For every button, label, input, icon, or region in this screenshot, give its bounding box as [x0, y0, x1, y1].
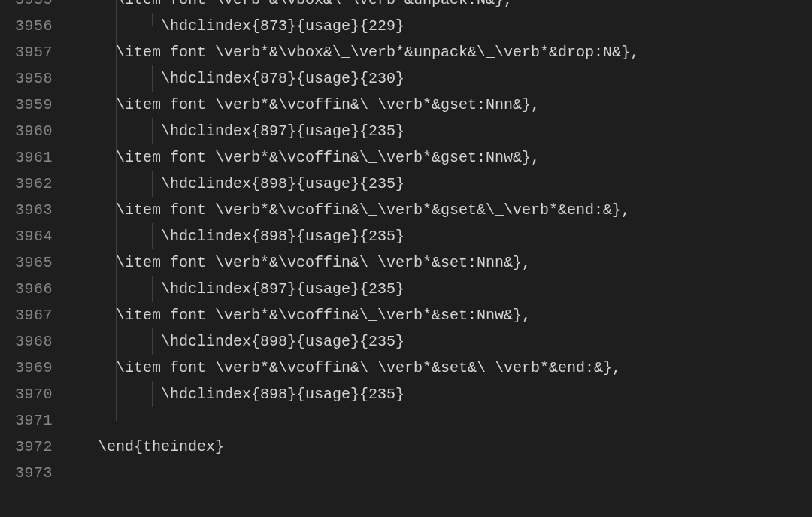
- code-text: \hdclindex{898}{usage}{235}: [161, 385, 404, 403]
- code-line[interactable]: \end{theindex}: [80, 434, 812, 460]
- indent: [80, 385, 161, 403]
- line-number: 3965: [0, 249, 53, 276]
- code-line[interactable]: \hdclindex{898}{usage}{235}: [80, 381, 812, 407]
- code-line[interactable]: \item font \verb*&\vbox&\_\verb*&unpack&…: [80, 39, 812, 65]
- code-line[interactable]: \item font \verb*&\vcoffin&\_\verb*&gset…: [80, 197, 812, 223]
- code-text: \item font \verb*&\vbox&\_\verb*&unpack:…: [116, 0, 513, 8]
- indent: [80, 201, 116, 219]
- indent: [80, 359, 116, 376]
- indent: [80, 44, 116, 61]
- code-text: \hdclindex{897}{usage}{235}: [161, 122, 404, 140]
- line-number: 3960: [0, 118, 53, 144]
- line-number: 3966: [0, 276, 53, 302]
- line-number: 3969: [0, 355, 53, 381]
- code-text: \item font \verb*&\vcoffin&\_\verb*&gset…: [116, 149, 540, 166]
- code-text: \hdclindex{898}{usage}{235}: [161, 228, 404, 245]
- line-number: 3963: [0, 197, 53, 223]
- code-line[interactable]: \hdclindex{873}{usage}{229}: [80, 13, 812, 39]
- code-area[interactable]: \item font \verb*&\vbox&\_\verb*&unpack:…: [66, 0, 812, 517]
- line-number: 3967: [0, 302, 53, 328]
- code-line[interactable]: \hdclindex{878}{usage}{230}: [80, 65, 812, 92]
- code-line[interactable]: \hdclindex{898}{usage}{235}: [80, 223, 812, 249]
- line-number: 3959: [0, 92, 53, 118]
- line-number: 3964: [0, 223, 53, 249]
- code-text: \end{theindex}: [98, 438, 224, 455]
- code-text: \item font \verb*&\vcoffin&\_\verb*&gset…: [116, 201, 630, 219]
- code-text: \hdclindex{878}{usage}{230}: [161, 70, 404, 87]
- line-number: 3968: [0, 328, 53, 355]
- indent: [80, 122, 161, 140]
- line-number: 3958: [0, 65, 53, 92]
- code-line[interactable]: \item font \verb*&\vcoffin&\_\verb*&gset…: [80, 144, 812, 171]
- code-line[interactable]: \item font \verb*&\vcoffin&\_\verb*&gset…: [80, 92, 812, 118]
- code-line[interactable]: \hdclindex{898}{usage}{235}: [80, 171, 812, 197]
- code-line[interactable]: \hdclindex{898}{usage}{235}: [80, 328, 812, 355]
- code-text: \item font \verb*&\vcoffin&\_\verb*&gset…: [116, 96, 540, 113]
- code-text: \hdclindex{873}{usage}{229}: [161, 17, 404, 35]
- line-number: 3962: [0, 171, 53, 197]
- line-number: 3956: [0, 13, 53, 39]
- code-line[interactable]: \item font \verb*&\vcoffin&\_\verb*&set:…: [80, 302, 812, 328]
- indent: [80, 17, 161, 35]
- code-line[interactable]: \item font \verb*&\vcoffin&\_\verb*&set&…: [80, 355, 812, 381]
- code-text: \item font \verb*&\vbox&\_\verb*&unpack&…: [116, 44, 639, 61]
- line-number: 3957: [0, 39, 53, 65]
- code-line[interactable]: \hdclindex{897}{usage}{235}: [80, 276, 812, 302]
- code-line[interactable]: \item font \verb*&\vcoffin&\_\verb*&set:…: [80, 249, 812, 276]
- code-text: \hdclindex{898}{usage}{235}: [161, 333, 404, 350]
- indent: [80, 228, 161, 245]
- indent: [80, 70, 161, 87]
- code-text: \hdclindex{897}{usage}{235}: [161, 280, 404, 298]
- line-number: 3971: [0, 407, 53, 434]
- indent: [80, 280, 161, 298]
- indent: [80, 333, 161, 350]
- indent: [80, 175, 161, 192]
- code-text: \item font \verb*&\vcoffin&\_\verb*&set:…: [116, 254, 531, 271]
- code-editor[interactable]: 3955 3956 3957 3958 3959 3960 3961 3962 …: [0, 0, 812, 517]
- code-line[interactable]: [80, 407, 812, 434]
- code-text: \item font \verb*&\vcoffin&\_\verb*&set&…: [116, 359, 621, 376]
- indent: [80, 307, 116, 324]
- code-line[interactable]: [80, 460, 812, 486]
- line-number: 3973: [0, 460, 53, 486]
- line-number: 3972: [0, 434, 53, 460]
- code-line[interactable]: \item font \verb*&\vbox&\_\verb*&unpack:…: [80, 0, 812, 13]
- indent: [80, 96, 116, 113]
- code-text: \item font \verb*&\vcoffin&\_\verb*&set:…: [116, 307, 531, 324]
- indent: [80, 438, 98, 455]
- line-number: 3970: [0, 381, 53, 407]
- indent: [80, 254, 116, 271]
- code-text: \hdclindex{898}{usage}{235}: [161, 175, 404, 192]
- line-number: 3955: [0, 0, 53, 13]
- line-number: 3961: [0, 144, 53, 171]
- line-number-gutter: 3955 3956 3957 3958 3959 3960 3961 3962 …: [0, 0, 66, 517]
- indent: [80, 0, 116, 8]
- indent: [80, 149, 116, 166]
- code-line[interactable]: \hdclindex{897}{usage}{235}: [80, 118, 812, 144]
